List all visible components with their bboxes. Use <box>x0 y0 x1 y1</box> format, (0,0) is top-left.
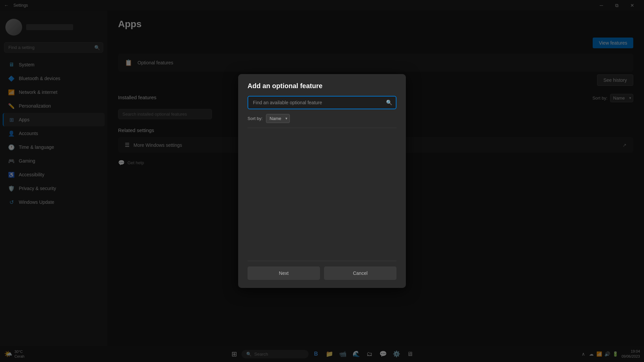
modal-content-area <box>248 128 396 255</box>
modal-search-icon: 🔍 <box>386 100 392 106</box>
add-optional-feature-modal: Add an optional feature 🔍 Sort by: Name … <box>238 74 406 288</box>
modal-next-button[interactable]: Next <box>248 266 320 280</box>
modal-search-input[interactable] <box>252 97 386 109</box>
modal-buttons: Next Cancel <box>248 266 396 280</box>
modal-overlay[interactable]: Add an optional feature 🔍 Sort by: Name … <box>0 0 644 362</box>
modal-footer-divider <box>248 261 396 261</box>
modal-sort-wrapper: Name Size <box>266 114 290 123</box>
modal-cancel-button[interactable]: Cancel <box>324 266 396 280</box>
modal-sort-label: Sort by: <box>248 116 263 121</box>
modal-search-row: 🔍 <box>248 96 396 109</box>
modal-title: Add an optional feature <box>248 82 396 90</box>
modal-sort-row: Sort by: Name Size <box>248 114 396 123</box>
modal-sort-select[interactable]: Name Size <box>266 114 290 123</box>
